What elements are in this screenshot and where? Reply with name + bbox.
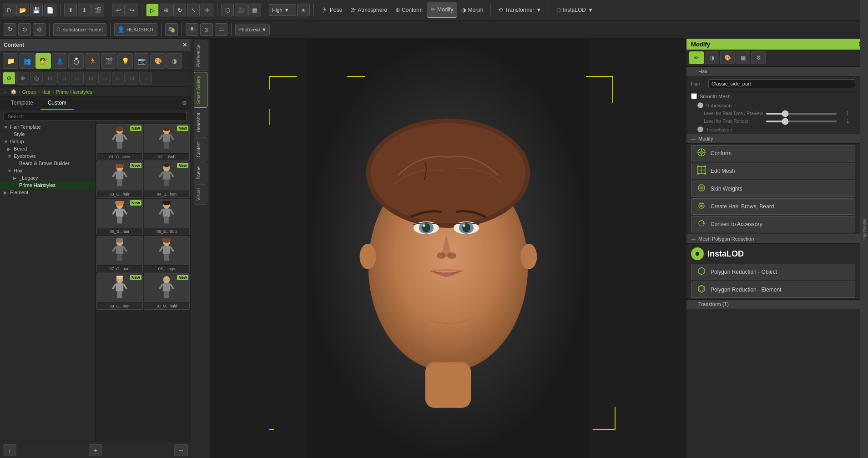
tree-group[interactable]: ▼ Group xyxy=(0,138,95,145)
right-tab-modify[interactable]: ✏ xyxy=(689,51,704,64)
tree-legacy[interactable]: ▶ _Legacy xyxy=(0,174,95,181)
tree-element[interactable]: ▶ Element xyxy=(0,189,95,196)
edit-mesh-btn[interactable]: Edit Mesh xyxy=(691,163,855,179)
rotate-view-btn[interactable]: ↻ xyxy=(4,23,16,36)
tree-style[interactable]: Style xyxy=(0,131,95,138)
panel-opts-btn[interactable]: ⚙ xyxy=(182,100,187,106)
bc-hair[interactable]: Hair xyxy=(41,89,50,95)
import-btn[interactable]: ⬆ xyxy=(64,4,77,16)
grid-btn[interactable]: ▦ xyxy=(248,4,261,16)
tree-beard-brows[interactable]: Beard & Brows Builder xyxy=(0,160,95,167)
tree-beard[interactable]: ▶ Beard xyxy=(0,145,95,152)
undo-btn[interactable]: ↩ xyxy=(112,4,125,16)
thumb-09[interactable]: New 09_C...bun xyxy=(96,273,143,310)
icon-tab-folder[interactable]: 📁 xyxy=(3,53,18,69)
smart-gallery-tab[interactable]: Smart Gallery xyxy=(194,72,207,108)
search-input[interactable] xyxy=(4,112,187,121)
select-btn[interactable]: ▷ xyxy=(146,4,159,16)
icon-tab-figures[interactable]: 👥 xyxy=(19,53,35,69)
bc-group[interactable]: Group xyxy=(22,89,36,95)
small-tab-7[interactable]: □ xyxy=(85,72,97,85)
conform-btn[interactable]: Conform xyxy=(691,145,855,161)
icon-tab-scenes[interactable]: 🎬 xyxy=(101,53,116,69)
thumb-03[interactable]: New 03_C...hair xyxy=(96,161,143,198)
back-btn[interactable]: ← xyxy=(4,89,9,95)
icon-tab-materials[interactable]: 🎨 xyxy=(150,53,166,69)
small-tab-10[interactable]: □ xyxy=(126,72,138,85)
tree-prime-hairstyles[interactable]: Prime Hairstyles xyxy=(0,181,95,189)
photoreal-dropdown[interactable]: Photoreal ▼ xyxy=(235,24,270,35)
collapse-btn[interactable]: ↔ xyxy=(174,444,188,456)
final-slider[interactable] xyxy=(766,121,837,122)
scene-tab[interactable]: Scene xyxy=(194,162,207,183)
download-btn[interactable]: ↓ xyxy=(3,444,16,456)
quality-dropdown[interactable]: High ▼ xyxy=(269,4,296,16)
tab-template[interactable]: Template xyxy=(4,97,40,110)
viewport[interactable] xyxy=(210,39,686,458)
save-as-btn[interactable]: 📄 xyxy=(44,4,56,16)
sun-btn[interactable]: ☀ xyxy=(297,4,310,16)
tree-eyebrows[interactable]: ▼ Eyebrows xyxy=(0,152,95,160)
home-icon[interactable]: 🏠 xyxy=(10,89,17,95)
tree-hair[interactable]: ▼ Hair xyxy=(0,167,95,174)
right-tab-render[interactable]: ▦ xyxy=(736,51,750,64)
transformer-menu-btn[interactable]: ⟲ Transformer ▼ xyxy=(495,2,545,18)
scale-btn[interactable]: ⤡ xyxy=(187,4,200,16)
close-btn[interactable]: ✕ xyxy=(182,42,187,48)
pref-tab[interactable]: Preference xyxy=(194,40,207,71)
mesh-poly-collapse[interactable]: — xyxy=(691,237,696,242)
redo-btn[interactable]: ↪ xyxy=(126,4,138,16)
camera-btn[interactable]: 🎥 xyxy=(235,4,247,16)
icon-tab-accessories[interactable]: 💍 xyxy=(68,53,84,69)
thumb-08[interactable]: 08_...ngs xyxy=(144,236,190,272)
icon-tab-lights[interactable]: 💡 xyxy=(117,53,133,69)
universal-btn[interactable]: ✛ xyxy=(201,4,213,16)
move-btn[interactable]: ⊕ xyxy=(160,4,172,16)
export-btn[interactable]: ⬇ xyxy=(78,4,91,16)
create-hair-btn[interactable]: Create Hair, Brows, Beard xyxy=(691,198,855,215)
pose-menu-btn[interactable]: 🏃 Pose xyxy=(318,2,346,18)
realtime-slider[interactable] xyxy=(766,113,837,115)
small-tab-11[interactable]: □ xyxy=(139,72,152,85)
conform-menu-btn[interactable]: ⊕ Conform xyxy=(392,2,426,18)
perspective-btn[interactable]: ⬡ xyxy=(221,4,234,16)
small-tab-4[interactable]: □ xyxy=(44,72,56,85)
modify-menu-btn[interactable]: ✏ Modify xyxy=(427,2,457,18)
small-tab-3[interactable]: ◎ xyxy=(30,72,43,85)
modify-collapse[interactable]: — xyxy=(691,136,696,141)
tessellation-radio[interactable] xyxy=(697,126,703,132)
small-tab-active[interactable]: ⊙ xyxy=(3,72,15,85)
hair-value-input[interactable] xyxy=(708,79,855,88)
subdivision-radio[interactable] xyxy=(697,102,703,108)
visual-tab[interactable]: Visual xyxy=(194,184,207,205)
poly-reduce-object-btn[interactable]: Polygon Reduction - Object xyxy=(691,264,855,280)
filter-btn[interactable]: ⧖ xyxy=(200,23,213,36)
small-tab-8[interactable]: □ xyxy=(98,72,111,85)
icon-tab-cameras[interactable]: 📷 xyxy=(134,53,149,69)
thumb-01[interactable]: New 01_C...ains xyxy=(96,124,143,161)
open-btn[interactable]: 📂 xyxy=(16,4,29,16)
headshot-btn[interactable]: 👤 HEADSHOT xyxy=(114,23,157,36)
tree-hair-template[interactable]: ▼ Hair Template xyxy=(0,123,95,131)
small-tab-6[interactable]: □ xyxy=(71,72,84,85)
icon-tab-clothing[interactable]: 👗 xyxy=(52,53,67,69)
orbit2-btn[interactable]: ⊚ xyxy=(33,23,45,36)
content-tab[interactable]: Content xyxy=(194,137,207,161)
right-tab-settings[interactable]: ⚙ xyxy=(751,51,766,64)
bc-prime[interactable]: Prime Hairstyles xyxy=(56,89,92,95)
atmosphere-menu-btn[interactable]: 🌫 Atmosphere xyxy=(347,2,391,18)
small-tab-5[interactable]: □ xyxy=(57,72,70,85)
right-tab-materials[interactable]: 🎨 xyxy=(720,51,735,64)
save-btn[interactable]: 💾 xyxy=(30,4,43,16)
eye-btn[interactable]: 👁 xyxy=(186,23,198,36)
tab-custom[interactable]: Custom xyxy=(40,97,74,110)
orbit-btn[interactable]: ⊙ xyxy=(18,23,31,36)
convert-accessory-btn[interactable]: Convert to Accessory xyxy=(691,216,855,232)
transform-collapse[interactable]: — xyxy=(691,302,696,307)
thumb-07[interactable]: 07_C...part xyxy=(96,236,143,272)
hair-collapse[interactable]: — xyxy=(691,69,696,74)
thumb-02[interactable]: New 02_...Bob xyxy=(144,124,190,161)
smooth-mesh-checkbox[interactable] xyxy=(691,93,697,99)
iray-sidebar[interactable]: Iray Render xyxy=(860,50,868,458)
small-tab-2[interactable]: ⊕ xyxy=(16,72,29,85)
